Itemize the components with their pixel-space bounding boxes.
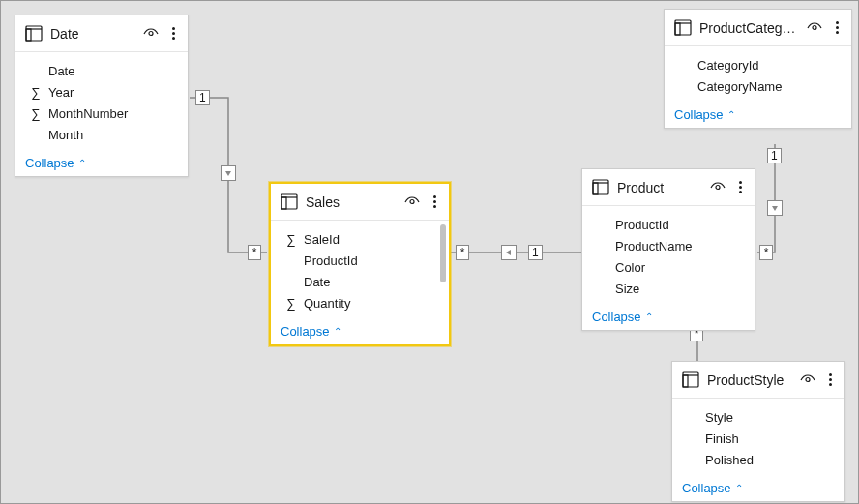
table-icon: [25, 25, 43, 43]
svg-rect-20: [683, 375, 688, 387]
table-date[interactable]: Date ∑Date ∑Year ∑MonthNumber ∑Month Col…: [15, 15, 189, 177]
cardinality-many: *: [759, 245, 773, 260]
filter-direction-icon: [501, 245, 517, 260]
table-product[interactable]: Product ∑ProductId ∑ProductName ∑Color ∑…: [581, 168, 755, 331]
table-name: ProductStyle: [707, 372, 792, 388]
svg-point-11: [410, 199, 414, 203]
more-options-icon[interactable]: [428, 193, 441, 211]
chevron-up-icon: ⌃: [727, 109, 735, 120]
field-item[interactable]: ∑Polished: [672, 449, 844, 470]
chevron-up-icon: ⌃: [645, 311, 653, 322]
svg-rect-8: [281, 197, 286, 209]
collapse-button[interactable]: Collapse⌃: [15, 149, 188, 176]
svg-rect-9: [281, 194, 297, 209]
svg-point-15: [716, 185, 720, 189]
field-item[interactable]: ∑Year: [15, 81, 188, 103]
field-item[interactable]: ∑ProductName: [582, 235, 755, 256]
field-item[interactable]: ∑CategoryName: [665, 75, 851, 97]
collapse-button[interactable]: Collapse⌃: [271, 317, 449, 344]
field-item[interactable]: ∑Date: [271, 271, 449, 292]
table-name: Sales: [306, 194, 397, 210]
table-icon: [682, 371, 699, 389]
svg-rect-21: [683, 372, 698, 387]
cardinality-one: 1: [195, 90, 210, 105]
field-item[interactable]: ∑Size: [582, 278, 755, 299]
table-header[interactable]: Sales: [271, 184, 449, 221]
more-options-icon[interactable]: [166, 25, 180, 43]
visibility-icon[interactable]: [143, 26, 159, 42]
field-list: ∑CategoryId ∑CategoryName: [665, 46, 851, 101]
cardinality-one: 1: [767, 148, 782, 163]
field-item[interactable]: ∑ProductId: [582, 214, 755, 235]
table-productstyle[interactable]: ProductStyle ∑Style ∑Finish ∑Polished Co…: [671, 361, 845, 502]
field-item[interactable]: ∑MonthNumber: [15, 103, 188, 124]
field-item[interactable]: ∑Date: [15, 60, 188, 81]
table-name: Product: [617, 180, 702, 195]
table-productcategory[interactable]: ProductCategory ∑CategoryId ∑CategoryNam…: [664, 9, 852, 129]
svg-point-19: [813, 25, 816, 29]
chevron-up-icon: ⌃: [78, 158, 86, 168]
table-icon: [592, 179, 609, 196]
svg-marker-1: [506, 250, 511, 255]
table-icon: [281, 193, 298, 211]
table-header[interactable]: ProductCategory: [665, 10, 851, 46]
more-options-icon[interactable]: [830, 19, 844, 37]
collapse-button[interactable]: Collapse⌃: [672, 474, 844, 501]
filter-direction-icon: [221, 165, 236, 181]
more-options-icon[interactable]: [823, 371, 837, 389]
field-list: ∑SaleId ∑ProductId ∑Date ∑Quantity: [271, 221, 449, 317]
table-header[interactable]: ProductStyle: [672, 362, 844, 399]
field-item[interactable]: ∑ProductId: [271, 250, 449, 271]
field-item[interactable]: ∑Color: [582, 256, 755, 278]
field-list: ∑Style ∑Finish ∑Polished: [672, 399, 844, 474]
svg-rect-12: [593, 183, 598, 194]
more-options-icon[interactable]: [733, 179, 747, 196]
cardinality-many: *: [456, 245, 469, 260]
field-list: ∑ProductId ∑ProductName ∑Color ∑Size: [582, 206, 755, 303]
svg-marker-2: [772, 206, 778, 211]
chevron-up-icon: ⌃: [334, 326, 341, 337]
table-sales[interactable]: Sales ∑SaleId ∑ProductId ∑Date ∑Quantity…: [269, 182, 451, 346]
field-item[interactable]: ∑SaleId: [271, 228, 449, 250]
svg-rect-4: [26, 29, 31, 41]
filter-direction-icon: [767, 200, 783, 216]
collapse-button[interactable]: Collapse⌃: [582, 303, 755, 330]
visibility-icon[interactable]: [800, 372, 815, 388]
field-item[interactable]: ∑Finish: [672, 428, 844, 449]
svg-point-23: [806, 377, 810, 381]
field-item[interactable]: ∑Month: [15, 124, 188, 145]
visibility-icon[interactable]: [807, 20, 822, 36]
svg-rect-16: [675, 23, 680, 35]
table-name: ProductCategory: [699, 20, 799, 36]
visibility-icon[interactable]: [710, 180, 726, 195]
model-canvas[interactable]: 1 * * 1 * 1 * 1 Date ∑Date ∑Year ∑MonthN…: [0, 0, 859, 504]
table-name: Date: [50, 26, 135, 42]
field-item[interactable]: ∑CategoryId: [665, 54, 851, 75]
field-item[interactable]: ∑Style: [672, 406, 844, 428]
collapse-button[interactable]: Collapse⌃: [665, 101, 851, 128]
svg-marker-0: [225, 171, 231, 176]
visibility-icon[interactable]: [404, 194, 420, 210]
field-list: ∑Date ∑Year ∑MonthNumber ∑Month: [15, 52, 188, 149]
svg-point-7: [149, 31, 153, 35]
table-header[interactable]: Product: [582, 169, 755, 206]
table-header[interactable]: Date: [15, 15, 188, 52]
svg-rect-13: [593, 180, 608, 194]
field-item[interactable]: ∑Quantity: [271, 292, 449, 313]
svg-rect-5: [26, 26, 42, 41]
chevron-up-icon: ⌃: [735, 483, 743, 493]
table-icon: [674, 19, 692, 37]
cardinality-many: *: [248, 245, 261, 260]
cardinality-one: 1: [528, 245, 543, 260]
svg-rect-17: [675, 20, 691, 35]
scrollbar-thumb[interactable]: [440, 224, 446, 282]
